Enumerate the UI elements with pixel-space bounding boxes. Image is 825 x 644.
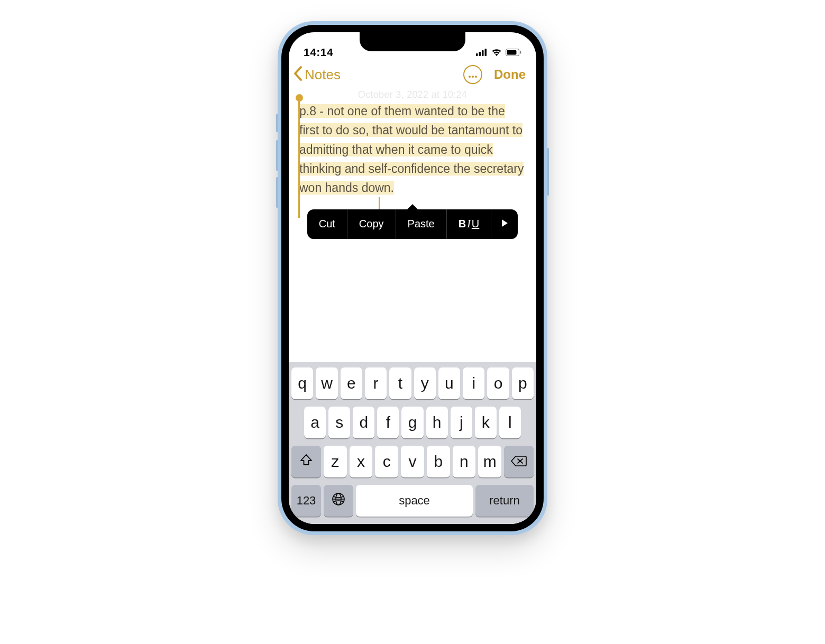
- key-m[interactable]: m: [478, 446, 501, 477]
- numbers-key[interactable]: 123: [291, 485, 321, 517]
- more-actions-button[interactable]: [491, 209, 518, 239]
- key-k[interactable]: k: [475, 407, 497, 438]
- more-button[interactable]: [463, 65, 482, 84]
- format-biu-button[interactable]: BIU: [447, 209, 492, 239]
- key-v[interactable]: v: [401, 446, 424, 477]
- cellular-icon: [476, 49, 488, 58]
- done-button[interactable]: Done: [494, 67, 526, 82]
- back-label: Notes: [305, 67, 341, 83]
- svg-point-7: [469, 75, 471, 77]
- back-button[interactable]: Notes: [293, 66, 341, 84]
- key-z[interactable]: z: [324, 446, 347, 477]
- backspace-icon: [511, 453, 527, 471]
- underline-icon: U: [472, 218, 479, 230]
- key-d[interactable]: d: [353, 407, 374, 438]
- note-date: October 3, 2022 at 10:24: [299, 89, 526, 100]
- svg-point-8: [472, 75, 474, 77]
- key-x[interactable]: x: [350, 446, 373, 477]
- svg-rect-2: [482, 50, 484, 56]
- key-r[interactable]: r: [365, 367, 387, 399]
- key-w[interactable]: w: [316, 367, 337, 399]
- chevron-right-icon: [501, 218, 508, 230]
- svg-point-9: [475, 75, 477, 77]
- svg-rect-0: [476, 53, 478, 56]
- bold-icon: B: [459, 218, 466, 230]
- key-t[interactable]: t: [389, 367, 411, 399]
- key-i[interactable]: i: [463, 367, 484, 399]
- space-key[interactable]: space: [356, 485, 473, 517]
- backspace-key[interactable]: [504, 446, 534, 477]
- key-c[interactable]: c: [375, 446, 398, 477]
- key-y[interactable]: y: [414, 367, 436, 399]
- status-time: 14:14: [304, 46, 333, 59]
- key-j[interactable]: j: [451, 407, 472, 438]
- cut-button[interactable]: Cut: [307, 209, 347, 239]
- key-l[interactable]: l: [499, 407, 521, 438]
- italic-icon: I: [467, 218, 471, 230]
- key-q[interactable]: q: [291, 367, 313, 399]
- globe-key[interactable]: [324, 485, 353, 517]
- note-body[interactable]: p.8 - not one of them wanted to be the f…: [299, 102, 526, 198]
- return-key[interactable]: return: [475, 485, 534, 517]
- key-b[interactable]: b: [427, 446, 450, 477]
- copy-button[interactable]: Copy: [347, 209, 396, 239]
- notch: [360, 32, 465, 51]
- globe-icon: [331, 492, 346, 510]
- chevron-left-icon: [293, 66, 304, 84]
- context-menu: Cut Copy Paste BIU: [299, 209, 526, 239]
- wifi-icon: [491, 48, 502, 59]
- key-n[interactable]: n: [453, 446, 476, 477]
- keyboard: qwertyuiop asdfghjkl zxcvbnm 123: [289, 362, 536, 524]
- key-u[interactable]: u: [438, 367, 460, 399]
- svg-rect-1: [479, 52, 481, 56]
- key-h[interactable]: h: [426, 407, 448, 438]
- key-g[interactable]: g: [401, 407, 423, 438]
- status-icons: [476, 48, 521, 59]
- shift-key[interactable]: [291, 446, 321, 477]
- battery-icon: [506, 49, 521, 58]
- key-a[interactable]: a: [304, 407, 326, 438]
- key-e[interactable]: e: [341, 367, 362, 399]
- nav-header: Notes Done: [289, 60, 536, 87]
- selected-text[interactable]: p.8 - not one of them wanted to be the f…: [299, 104, 524, 195]
- ellipsis-icon: [468, 69, 478, 81]
- key-s[interactable]: s: [328, 407, 350, 438]
- svg-rect-6: [520, 51, 521, 54]
- phone-frame: 14:14: [278, 21, 547, 535]
- shift-icon: [299, 453, 313, 471]
- key-o[interactable]: o: [487, 367, 509, 399]
- screen: 14:14: [289, 32, 536, 524]
- selection-handle-start[interactable]: [298, 100, 300, 218]
- context-menu-arrow: [407, 204, 418, 209]
- key-f[interactable]: f: [377, 407, 399, 438]
- paste-button[interactable]: Paste: [396, 209, 447, 239]
- key-p[interactable]: p: [512, 367, 534, 399]
- svg-rect-5: [507, 50, 517, 55]
- svg-marker-10: [502, 219, 508, 227]
- note-editor[interactable]: October 3, 2022 at 10:24 p.8 - not one o…: [289, 87, 536, 244]
- svg-rect-3: [485, 49, 487, 56]
